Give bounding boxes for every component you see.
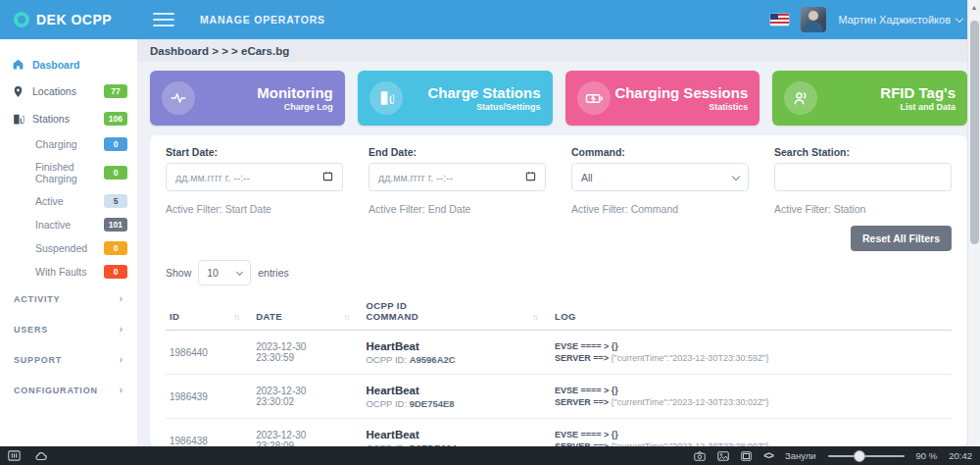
charging-station-icon [12,113,24,126]
sidebar-item-locations[interactable]: Locations 77 [0,78,137,105]
vertical-scrollbar[interactable]: ▲ [967,0,980,446]
count-badge: 0 [104,241,127,255]
sidebar-item-suspended[interactable]: Suspended 0 [0,236,137,260]
os-taskbar: <> Занули 90 % 20:42 [0,446,980,465]
scrollbar-thumb[interactable] [970,21,979,244]
user-menu[interactable]: Мартин Хаджистойков [838,14,962,26]
volume-percent: 90 % [916,450,938,461]
column-header-id[interactable]: ID↑↓ [166,294,252,331]
card-title: Monitoring [257,84,332,102]
volume-slider[interactable] [828,455,905,457]
cell-command: HeartBeat OCPP ID: D2EDB694 [362,419,550,447]
card-subtitle: Statistics [614,102,748,112]
sidebar-section-support[interactable]: SUPPORT› [0,344,137,375]
active-filter-station: Active Filter: Station [774,203,952,215]
sidebar-item-finished-charging[interactable]: Finished Charging 0 [0,156,137,189]
table-row[interactable]: 1986440 2023-12-3023:30:59 HeartBeat OCP… [166,331,952,375]
entries-label: entries [258,267,289,279]
code-icon[interactable]: <> [763,450,773,461]
card-subtitle: Status/Settings [427,102,540,112]
user-avatar[interactable] [801,7,826,32]
sidebar-item-label: Active [35,195,64,207]
sort-icon[interactable]: ↑↓ [343,312,358,322]
card-charge-stations[interactable]: Charge Stations Status/Settings [358,71,553,126]
sidebar-toggle-hamburger-icon[interactable] [153,13,174,26]
table-row[interactable]: 1986439 2023-12-3023:30:02 HeartBeat OCP… [166,375,952,419]
sidebar-item-inactive[interactable]: Inactive 101 [0,213,137,236]
app-window: DEK OCPP MANAGE OPERATORS Мартин Хаджист… [0,0,980,465]
start-date-label: Start Date: [166,146,343,158]
column-header-ocpp-command[interactable]: OCPP IDCOMMAND↑↓ [362,294,550,331]
sidebar-section-users[interactable]: USERS› [0,314,137,344]
section-label: SUPPORT [14,355,62,365]
card-rfid-tags[interactable]: RFID Tag's List and Data [772,71,967,126]
count-badge: 0 [104,137,127,151]
card-charging-sessions[interactable]: Charging Sessions Statistics [565,71,760,126]
screenshot-camera-icon[interactable] [694,451,706,461]
reset-all-filters-button[interactable]: Reset All Filters [851,226,952,251]
sidebar-item-active[interactable]: Active 5 [0,189,137,213]
card-monitoring[interactable]: Monitoring Charge Log [150,71,345,126]
logo-ring-icon [14,12,29,27]
chevron-down-icon [236,268,243,275]
end-date-input[interactable]: дд.мм.гггг г. --:-- [368,163,546,191]
sidebar-item-with-faults[interactable]: With Faults 0 [0,260,137,284]
charge-log-panel: Start Date: дд.мм.гггг г. --:-- Active F… [150,135,967,446]
count-badge: 0 [104,166,127,180]
calendar-icon[interactable] [322,171,333,183]
sidebar-item-dashboard[interactable]: Dasboard [0,51,137,78]
slider-knob[interactable] [854,450,865,462]
chevron-down-icon [956,14,963,22]
date-placeholder: дд.мм.гггг г. --:-- [175,172,250,183]
count-badge: 101 [104,218,127,232]
cell-log: EVSE ==== > {} SERVER ==> {"currentTime"… [551,419,952,447]
image-icon[interactable] [717,451,729,461]
card-title: Charging Sessions [614,84,748,102]
command-select[interactable]: All [571,163,749,191]
calendar-icon[interactable] [525,171,536,183]
card-title: Charge Stations [427,84,540,102]
page-size-select[interactable]: 10 [198,260,251,285]
active-filter-command: Active Filter: Command [571,203,749,215]
end-date-label: End Date: [368,146,546,158]
cell-id: 1986440 [166,331,252,375]
cell-date: 2023-12-3023:30:02 [252,375,362,419]
section-label: ACTIVITY [14,294,60,304]
main-content: Dashboard > > > eCars.bg Monitoring Char… [137,39,980,446]
sidebar-item-stations[interactable]: Stations 106 [0,105,137,132]
active-filter-end-date: Active Filter: End Date [368,203,546,215]
count-badge: 5 [104,194,127,208]
language-flag-icon[interactable] [770,14,789,26]
start-date-input[interactable]: дд.мм.гггг г. --:-- [166,163,343,191]
nav-manage-operators[interactable]: MANAGE OPERATORS [200,14,325,26]
sidebar-item-label: Finished Charging [35,161,96,184]
users-icon [784,81,817,115]
breadcrumb: Dashboard > > > eCars.bg [137,39,980,62]
column-header-date[interactable]: DATE↑↓ [252,294,362,331]
cloud-icon[interactable] [34,451,48,461]
app-grid-icon[interactable] [8,450,21,461]
sidebar-item-charging[interactable]: Charging 0 [0,132,137,156]
card-subtitle: List and Data [880,102,956,112]
sidebar-item-label: Stations [32,113,70,125]
sidebar-section-activity[interactable]: ACTIVITY› [0,284,137,314]
sort-icon[interactable]: ↑↓ [233,312,248,322]
sidebar-section-configuration[interactable]: CONFIGURATION› [0,375,137,405]
column-header-log[interactable]: LOG [551,294,952,331]
window-icon[interactable] [741,451,752,461]
sidebar-item-label: Locations [32,85,76,97]
chevron-right-icon: › [120,385,123,395]
logo-text: DEK OCPP [36,12,112,27]
command-label: Command: [571,146,749,158]
clock: 20:42 [949,450,972,461]
table-row[interactable]: 1986438 2023-12-3023:28:09 HeartBeat OCP… [166,419,952,447]
sort-icon[interactable]: ↑↓ [532,312,547,322]
cell-command: HeartBeat OCPP ID: 9DE754E8 [362,375,550,419]
cell-id: 1986439 [166,375,252,419]
search-station-input[interactable] [774,163,952,191]
active-filter-start-date: Active Filter: Start Date [166,203,343,215]
zero-button[interactable]: Занули [785,450,816,461]
scroll-up-arrow-icon[interactable]: ▲ [971,0,978,11]
app-logo[interactable]: DEK OCPP [0,12,137,27]
cell-log: EVSE ==== > {} SERVER ==> {"currentTime"… [551,331,952,375]
